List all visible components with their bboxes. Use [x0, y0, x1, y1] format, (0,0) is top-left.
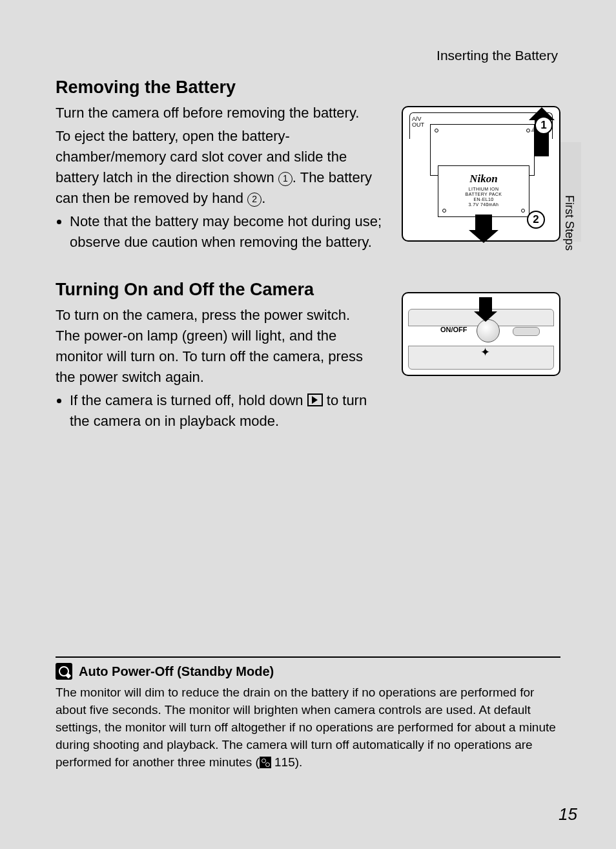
figure-power-switch: ON/OFF ✦: [402, 292, 560, 376]
list-item: Note that the battery may become hot dur…: [70, 211, 386, 253]
battery-text: 3.7V 740mAh: [469, 202, 499, 207]
lamp-illustration: [513, 327, 540, 336]
step-marker-2: 2: [247, 193, 262, 207]
port-label: A/V OUT: [412, 116, 424, 128]
para: To turn on the camera, press the power s…: [56, 305, 372, 388]
note-heading: Auto Power-Off (Standby Mode): [79, 664, 274, 679]
note-body: The monitor will dim to reduce the drain…: [56, 684, 560, 771]
text: 115).: [271, 755, 303, 769]
para: To eject the battery, open the battery-c…: [56, 126, 372, 209]
page-number: 15: [559, 804, 577, 824]
note-icon: [56, 663, 72, 680]
arrow-down-icon: [479, 297, 492, 313]
side-tab-label: First Steps: [562, 195, 576, 251]
playback-icon: [307, 393, 323, 406]
reference-icon: [260, 757, 271, 768]
para: Turn the camera off before removing the …: [56, 103, 372, 123]
text: If the camera is turned off, hold down: [70, 392, 307, 408]
callout-1: 1: [535, 116, 553, 134]
callout-2: 2: [527, 211, 545, 229]
light-spark-icon: ✦: [480, 345, 490, 359]
power-button-illustration: [477, 319, 500, 342]
battery-illustration: Nikon LITHIUM ION BATTERY PACK EN-EL10 3…: [438, 165, 529, 217]
battery-brand: Nikon: [438, 173, 529, 185]
text: .: [262, 190, 265, 206]
text: The monitor will dim to reduce the drain…: [56, 686, 556, 769]
list-item: If the camera is turned off, hold down t…: [70, 390, 386, 432]
running-head: Inserting the Battery: [436, 48, 558, 63]
battery-text: EN-EL10: [473, 197, 493, 202]
arrow-down-icon: [475, 215, 492, 231]
step-marker-1: 1: [278, 172, 293, 186]
figure-battery-eject: A/V OUT Nikon LITHIUM ION BATTERY PACK E…: [402, 106, 560, 242]
heading-removing-battery: Removing the Battery: [56, 78, 560, 98]
battery-text: LITHIUM ION: [469, 187, 499, 191]
on-off-label: ON/OFF: [440, 326, 467, 333]
battery-text: BATTERY PACK: [466, 192, 502, 196]
note-auto-power-off: Auto Power-Off (Standby Mode) The monito…: [56, 656, 560, 771]
